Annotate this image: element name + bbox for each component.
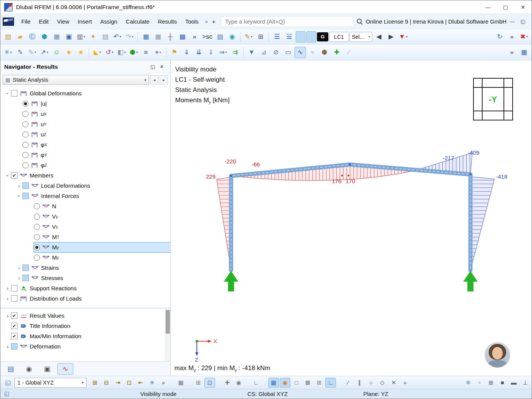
tree-item-label[interactable]: M <box>52 234 57 240</box>
radio-button[interactable] <box>22 142 28 148</box>
toggle-envelope-1-button[interactable] <box>296 31 306 43</box>
history-back-button[interactable]: ◂ <box>150 75 158 84</box>
radio-button[interactable] <box>22 162 28 168</box>
minimize-ribbon-icon[interactable]: — <box>507 17 517 27</box>
display-properties-button[interactable]: ✎▾ <box>243 31 254 43</box>
workplane-back-button[interactable]: ⇤ <box>135 378 146 388</box>
navigator-toggle-button[interactable]: ▦ <box>140 31 152 43</box>
tree-item-label[interactable]: φ <box>41 162 44 168</box>
tree-item-vz[interactable]: Vz <box>0 222 170 232</box>
tree-item-label[interactable]: u <box>41 131 44 138</box>
tree-item-z[interactable]: φZ <box>0 160 170 170</box>
menu-assign[interactable]: Assign <box>96 14 122 29</box>
nodal-load-button[interactable]: ⇓ <box>181 47 192 58</box>
tree-item-label[interactable]: |u| <box>41 100 47 107</box>
selection-menu-button[interactable]: Sel...▾ <box>350 32 372 42</box>
tree-item-label[interactable]: Strains <box>41 264 59 271</box>
result-tables-button[interactable]: ▩ <box>177 31 188 43</box>
tree-item-strains[interactable]: ›Strains <box>0 263 170 273</box>
load-cases-manager-button[interactable]: ☰ <box>271 31 283 43</box>
checkbox[interactable] <box>22 193 29 199</box>
checkbox[interactable] <box>11 323 17 329</box>
web-services-button[interactable]: ◉ <box>226 31 238 43</box>
scrollbar[interactable] <box>165 309 170 361</box>
checkbox[interactable] <box>22 264 29 271</box>
grid-display-button[interactable]: ▦ <box>176 378 186 388</box>
tree-item-members[interactable]: ›Members <box>0 170 170 180</box>
dock-panel-button[interactable]: ⊥ <box>520 378 530 388</box>
generate-combinations-button[interactable]: G <box>317 32 328 41</box>
tree-item-support-reactions[interactable]: ›Support Reactions <box>0 283 170 293</box>
radio-button[interactable] <box>22 131 28 138</box>
menu-results[interactable]: Results <box>154 14 181 29</box>
menu-view[interactable]: View <box>53 14 73 29</box>
tree-item-ux[interactable]: uX <box>0 109 170 119</box>
invert-selection-button[interactable]: ⊠ <box>314 378 325 388</box>
scene-svg[interactable]: -Y <box>171 60 532 376</box>
add-note-button[interactable]: ✦ <box>87 31 99 43</box>
selection-box-button[interactable]: □ <box>291 378 302 388</box>
support-left[interactable] <box>224 271 238 291</box>
previous-load-case-button[interactable]: ◀ <box>373 31 385 43</box>
rotate-view-button[interactable]: ↻ <box>494 31 505 43</box>
tree-item-label[interactable]: φ <box>41 152 44 158</box>
model-view-canvas[interactable]: -Y <box>171 60 532 376</box>
workplane-overflow-button[interactable]: » <box>158 378 169 388</box>
dlubal-center-button[interactable]: Ⓒ <box>27 31 38 43</box>
materials-button[interactable]: ☺ <box>51 47 62 58</box>
search-input[interactable] <box>221 16 354 27</box>
chevron-right-icon[interactable]: › <box>16 182 22 189</box>
chevron-down-icon[interactable]: › <box>4 172 11 179</box>
load-case-selector-button[interactable]: LC1 <box>329 32 349 42</box>
tree-item-label[interactable]: Global Deformations <box>30 90 82 97</box>
parallel-lines-button[interactable]: ∥ <box>354 378 365 388</box>
next-load-case-button[interactable]: ▶ <box>385 31 397 43</box>
tree-item-label[interactable]: Title Information <box>30 323 70 329</box>
tree-item-label[interactable]: Distribution of Loads <box>30 295 82 302</box>
new-model-button[interactable]: ▤ <box>2 31 14 43</box>
close-panel-icon[interactable]: ✕ <box>157 62 166 71</box>
checkbox[interactable] <box>11 285 17 291</box>
snap-objects-button[interactable]: ◉ <box>233 378 244 388</box>
deselect-box-button[interactable]: ⊠ <box>302 378 313 388</box>
area-load-button[interactable]: ⇓ <box>205 47 217 58</box>
maximize-button[interactable]: ▢ <box>497 0 514 14</box>
tree-item-label[interactable]: Internal Forces <box>41 193 79 199</box>
checkbox[interactable] <box>22 275 29 281</box>
printout-report-button[interactable]: ▤ <box>214 31 226 43</box>
clipping-section-button[interactable]: ⊘ <box>270 47 282 58</box>
tree-item-u[interactable]: |u| <box>0 98 170 109</box>
nodal-support-button[interactable]: ⚑ <box>169 47 180 58</box>
combinations-manager-button[interactable]: ☱ <box>283 31 295 43</box>
user-avatar[interactable] <box>485 342 510 367</box>
tree-item-label[interactable]: φ <box>41 141 44 148</box>
tree-item-label[interactable]: Deformation <box>30 343 61 350</box>
workspace-icon[interactable]: ◱ <box>2 378 14 388</box>
tree-item-result-values[interactable]: ›Result Values <box>0 310 170 321</box>
sections-library-button[interactable]: ✬ <box>75 47 87 58</box>
menu-tools[interactable]: Tools <box>181 14 203 29</box>
imposed-displacement-button[interactable]: ⇉ <box>230 47 241 58</box>
navigator-tab-results[interactable]: ∿ <box>57 363 73 375</box>
scrollbar-thumb[interactable] <box>166 310 170 334</box>
menu-insert[interactable]: Insert <box>73 14 96 29</box>
redo-button[interactable]: ↷▾ <box>124 31 135 43</box>
circle-draw-button[interactable]: ○ <box>366 378 376 388</box>
tree-item-label[interactable]: V <box>52 213 56 220</box>
chevron-right-icon[interactable]: › <box>4 312 11 319</box>
float-panel-icon[interactable]: ◱ <box>148 62 157 71</box>
tree-item-label[interactable]: V <box>52 223 56 230</box>
support-right[interactable] <box>463 271 478 291</box>
snap-node-button[interactable]: ✳ <box>147 378 157 388</box>
gray-block-button[interactable]: ■ <box>140 47 152 58</box>
tree-item-global-deformations[interactable]: ›Global Deformations <box>0 88 170 98</box>
tree-item-label[interactable]: Max/Min Information <box>30 333 81 339</box>
tree-item-label[interactable]: u <box>41 121 44 127</box>
tree-item-title-information[interactable]: Title Information <box>0 321 170 331</box>
radio-button[interactable] <box>34 224 40 230</box>
tree-item-local-deformations[interactable]: ›Local Deformations <box>0 180 170 191</box>
select-grid-button[interactable]: ▦ <box>268 378 279 388</box>
tree-item-internal-forces[interactable]: ›Internal Forces <box>0 191 170 201</box>
chevron-right-icon[interactable]: › <box>4 285 11 292</box>
cross-sections-button[interactable]: ┼ <box>165 31 176 43</box>
